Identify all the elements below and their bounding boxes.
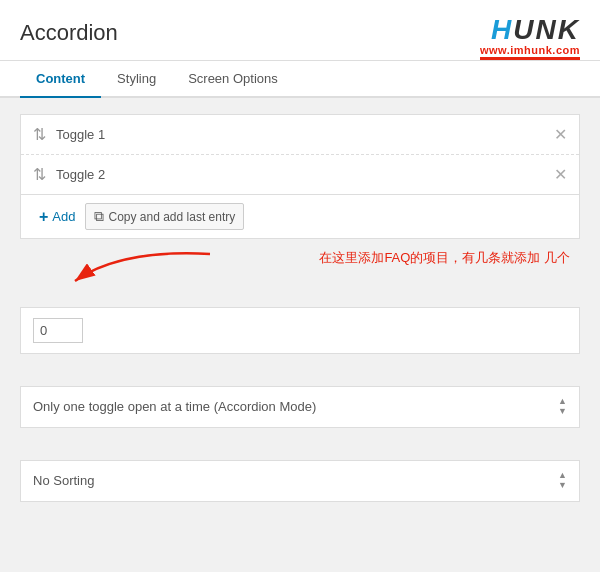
sorting-spinner: ▲ ▼ [558,471,567,491]
annotation-text: 在这里添加FAQ的项目，有几条就添加 几个 [319,249,570,267]
page-title: Accordion [20,12,118,56]
accordion-mode-spinner: ▲ ▼ [558,397,567,417]
number-input[interactable] [33,318,83,343]
drag-handle-1[interactable]: ⇅ [33,125,46,144]
toggle-label-1: Toggle 1 [56,127,554,142]
logo-rest: UNK [513,14,580,45]
logo-h: H [491,14,513,45]
annotation-area: 在这里添加FAQ的项目，有几条就添加 几个 [20,239,580,299]
accordion-mode-select[interactable]: Only one toggle open at a time (Accordio… [33,399,550,414]
add-label: Add [52,209,75,224]
remove-button-1[interactable]: ✕ [554,127,567,143]
add-icon: + [39,208,48,226]
toggle-item-1: ⇅ Toggle 1 ✕ [21,115,579,155]
toggle-list: ⇅ Toggle 1 ✕ ⇅ Toggle 2 ✕ [20,114,580,195]
logo-underline [480,57,580,60]
action-row: + Add ⧉ Copy and add last entry [20,195,580,239]
number-section [20,307,580,354]
sorting-section: No Sorting Sort Ascending Sort Descendin… [20,460,580,502]
tabs-bar: Content Styling Screen Options [0,61,600,98]
copy-label: Copy and add last entry [108,210,235,224]
logo-text: HUNK [491,16,580,44]
copy-button[interactable]: ⧉ Copy and add last entry [85,203,244,230]
toggle-label-2: Toggle 2 [56,167,554,182]
spinner-down-2: ▼ [558,481,567,491]
logo-hunk: HUNK www.imhunk.com [480,16,580,60]
add-button[interactable]: + Add [33,204,81,230]
logo-url: www.imhunk.com [480,44,580,56]
separator-2 [20,444,580,460]
logo-area: HUNK www.imhunk.com [480,12,580,60]
main-content: ⇅ Toggle 1 ✕ ⇅ Toggle 2 ✕ + Add ⧉ Copy a… [0,98,600,534]
toggle-item-2: ⇅ Toggle 2 ✕ [21,155,579,194]
tab-screen-options[interactable]: Screen Options [172,61,294,98]
separator-1 [20,370,580,386]
remove-button-2[interactable]: ✕ [554,167,567,183]
tab-styling[interactable]: Styling [101,61,172,98]
page-header: Accordion HUNK www.imhunk.com [0,0,600,61]
spinner-down: ▼ [558,407,567,417]
annotation-arrow [20,239,240,299]
accordion-mode-section: Only one toggle open at a time (Accordio… [20,386,580,428]
tab-content[interactable]: Content [20,61,101,98]
drag-handle-2[interactable]: ⇅ [33,165,46,184]
sorting-select[interactable]: No Sorting Sort Ascending Sort Descendin… [33,473,550,488]
copy-icon: ⧉ [94,208,104,225]
